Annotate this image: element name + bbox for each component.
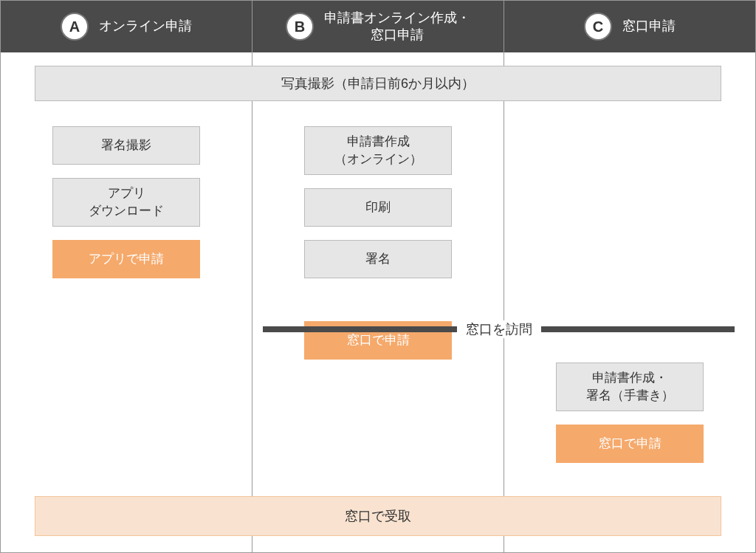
- header-label-a: オンライン申請: [99, 18, 192, 35]
- column-c-lower: 申請書作成・署名（手書き） 窓口で申請: [556, 363, 704, 476]
- visit-label: 窓口を訪問: [457, 320, 541, 338]
- header-row: A オンライン申請 B 申請書オンライン作成・窓口申請 C 窓口申請: [1, 1, 755, 52]
- step-a-2: アプリダウンロード: [52, 178, 200, 227]
- photo-step-bar: 写真撮影（申請日前6か月以内）: [35, 66, 721, 101]
- step-c-1: 申請書作成・署名（手書き）: [556, 363, 704, 411]
- step-b-3: 署名: [304, 240, 452, 278]
- visit-line-left: [263, 326, 457, 332]
- step-c-final: 窓口で申請: [556, 425, 704, 463]
- header-cell-b: B 申請書オンライン作成・窓口申請: [252, 1, 504, 52]
- badge-a: A: [61, 13, 89, 41]
- visit-divider: 窓口を訪問: [263, 318, 735, 340]
- step-a-final: アプリで申請: [52, 240, 200, 278]
- visit-line-right: [541, 326, 735, 332]
- header-label-c: 窓口申請: [622, 18, 676, 35]
- header-cell-c: C 窓口申請: [504, 1, 755, 52]
- header-label-b: 申請書オンライン作成・窓口申請: [324, 10, 470, 44]
- step-a-1: 署名撮影: [52, 126, 200, 165]
- step-b-1: 申請書作成（オンライン）: [304, 126, 452, 175]
- header-cell-a: A オンライン申請: [1, 1, 252, 52]
- badge-b: B: [286, 13, 314, 41]
- column-a: 署名撮影 アプリダウンロード アプリで申請: [1, 52, 252, 552]
- step-b-2: 印刷: [304, 188, 452, 227]
- body: 写真撮影（申請日前6か月以内） 窓口を訪問 窓口で受取 署名撮影 アプリダウンロ…: [1, 52, 755, 552]
- pickup-step-bar: 窓口で受取: [35, 496, 721, 536]
- diagram-container: A オンライン申請 B 申請書オンライン作成・窓口申請 C 窓口申請 写真撮影（…: [0, 0, 756, 553]
- badge-c: C: [584, 13, 612, 41]
- column-c: 申請書作成・署名（手書き） 窓口で申請: [504, 52, 755, 552]
- column-b: 申請書作成（オンライン） 印刷 署名 窓口で申請: [252, 52, 504, 552]
